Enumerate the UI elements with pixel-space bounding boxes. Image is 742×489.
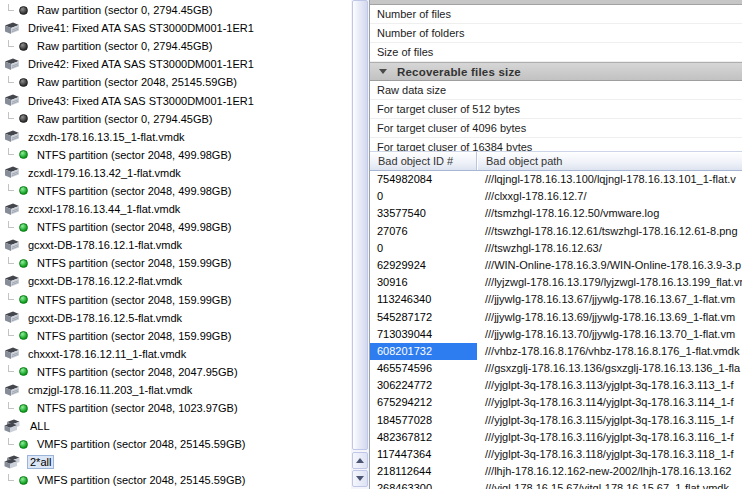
tree-item-label: 2*all xyxy=(27,455,54,469)
tree-branch-line xyxy=(8,474,14,481)
table-row[interactable]: 306224772 ///yjglpt-3q-178.16.3.113/yjgl… xyxy=(370,377,742,394)
tree-row[interactable]: zcxdl-179.16.13.42_1-flat.vmdk xyxy=(0,164,351,182)
tree-row[interactable]: NTFS partition (sector 2048, 159.99GB) xyxy=(0,291,351,309)
tree-row[interactable]: zcxdh-178.16.13.15_1-flat.vmdk xyxy=(0,128,351,146)
table-row[interactable]: 713039044 ///jjywlg-178.16.13.70/jjywlg-… xyxy=(370,326,742,343)
bad-object-id-cell: 0 xyxy=(370,240,477,257)
table-row[interactable]: 117447364 ///yjglpt-3q-178.16.3.118/yjgl… xyxy=(370,446,742,463)
hard-drive-icon xyxy=(3,22,20,35)
tree-item-label: NTFS partition (sector 2048, 499.98GB) xyxy=(34,184,234,198)
table-row[interactable]: 218112644 ///lhjh-178.16.12.162-new-2002… xyxy=(370,463,742,480)
tree-row[interactable]: Drive42: Fixed ATA SAS ST3000DM001-1ER1 xyxy=(0,55,351,73)
tree-branch-line xyxy=(8,293,14,300)
properties-rows-bottom: Raw data size For target cluser of 512 b… xyxy=(370,81,742,151)
partition-status-icon xyxy=(19,259,28,268)
table-row[interactable]: 545287172 ///jjywlg-178.16.13.69/jjywlg-… xyxy=(370,309,742,326)
column-header-bad-object-path[interactable]: Bad object path xyxy=(477,152,742,170)
bad-object-id-cell: 184577028 xyxy=(370,412,477,429)
tree-branch-line xyxy=(8,184,14,191)
table-row[interactable]: 184577028 ///yjglpt-3q-178.16.3.115/yjgl… xyxy=(370,412,742,429)
tree-item-label: NTFS partition (sector 2048, 1023.97GB) xyxy=(34,401,241,415)
bad-object-id-cell: 608201732 xyxy=(370,343,477,360)
tree-item-label: Raw partition (sector 2048, 25145.59GB) xyxy=(34,75,240,89)
scroll-up-button[interactable] xyxy=(352,452,368,469)
partition-status-icon xyxy=(19,150,28,159)
bad-object-id-cell: 113246340 xyxy=(370,291,477,308)
tree-item-label: Drive43: Fixed ATA SAS ST3000DM001-1ER1 xyxy=(25,94,257,108)
file-recovery-window: Raw partition (sector 0, 2794.45GB) Driv… xyxy=(0,0,742,489)
table-row[interactable]: 0 ///clxxgl-178.16.12.7/ xyxy=(370,188,742,205)
table-body: 754982084 ///lqjngl-178.16.13.100/lqjngl… xyxy=(370,171,742,489)
tree-row[interactable]: NTFS partition (sector 2048, 159.99GB) xyxy=(0,327,351,345)
bad-object-path-cell: ///WIN-Online-178.16.3.9/WIN-Online-178.… xyxy=(477,257,742,274)
tree-row[interactable]: NTFS partition (sector 2048, 1023.97GB) xyxy=(0,399,351,417)
tree-row[interactable]: Raw partition (sector 0, 2794.45GB) xyxy=(0,37,351,55)
tree-row[interactable]: VMFS partition (sector 2048, 25145.59GB) xyxy=(0,471,351,489)
tree-row[interactable]: zcxxl-178.16.13.44_1-flat.vmdk xyxy=(0,200,351,218)
tree-item-label: zcxxl-178.16.13.44_1-flat.vmdk xyxy=(25,202,183,216)
tree-row[interactable]: gcxxt-DB-178.16.12.5-flat.vmdk xyxy=(0,309,351,327)
tree-item-label: Raw partition (sector 0, 2794.45GB) xyxy=(34,3,215,17)
tree-row[interactable]: Drive41: Fixed ATA SAS ST3000DM001-1ER1 xyxy=(0,19,351,37)
bad-object-path-cell: ///yjglpt-3q-178.16.3.115/yjglpt-3q-178.… xyxy=(477,412,742,429)
table-row[interactable]: 268463300 ///yjgl-178.16.15.67/yjtgl-178… xyxy=(370,480,742,489)
table-row[interactable]: 754982084 ///lqjngl-178.16.13.100/lqjngl… xyxy=(370,171,742,188)
tree-item-label: NTFS partition (sector 2048, 159.99GB) xyxy=(34,256,234,270)
table-row[interactable]: 30916 ///lyjzwgl-178.16.13.179/lyjzwgl-1… xyxy=(370,274,742,291)
tree-row[interactable]: gcxxt-DB-178.16.12.2-flat.vmdk xyxy=(0,272,351,290)
tree-row[interactable]: chxxxt-178.16.12.11_1-flat.vmdk xyxy=(0,345,351,363)
triangle-up-icon xyxy=(356,458,364,463)
tree-row[interactable]: Raw partition (sector 2048, 25145.59GB) xyxy=(0,73,351,91)
scrollbar-thumb[interactable] xyxy=(352,0,368,450)
bad-object-id-cell: 465574596 xyxy=(370,360,477,377)
bad-object-id-cell: 306224772 xyxy=(370,377,477,394)
table-row[interactable]: 62929924 ///WIN-Online-178.16.3.9/WIN-On… xyxy=(370,257,742,274)
tree-row[interactable]: Drive43: Fixed ATA SAS ST3000DM001-1ER1 xyxy=(0,91,351,109)
property-row: For target cluser of 16384 bytes xyxy=(370,138,742,151)
drives-tree-panel: Raw partition (sector 0, 2794.45GB) Driv… xyxy=(0,0,351,489)
tree-row[interactable]: NTFS partition (sector 2048, 499.98GB) xyxy=(0,146,351,164)
bad-object-path-cell: ///lhjh-178.16.12.162-new-2002/lhjh-178.… xyxy=(477,463,742,480)
table-row[interactable]: 675294212 ///yjglpt-3q-178.16.3.114/yjgl… xyxy=(370,394,742,411)
hard-drive-icon xyxy=(3,311,20,324)
table-row[interactable]: 465574596 ///gsxzglj-178.16.13.136/gsxzg… xyxy=(370,360,742,377)
bad-object-path-cell: ///lqjngl-178.16.13.100/lqjngl-178.16.13… xyxy=(477,171,742,188)
tree-item-label: NTFS partition (sector 2048, 159.99GB) xyxy=(34,293,234,307)
partition-status-icon xyxy=(19,186,28,195)
bad-object-id-cell: 33577540 xyxy=(370,205,477,222)
table-row[interactable]: 27076 ///tswzhgl-178.16.12.61/tswzhgl-17… xyxy=(370,223,742,240)
table-row[interactable]: 0 ///tswzhgl-178.16.12.63/ xyxy=(370,240,742,257)
table-row[interactable]: 482367812 ///yjglpt-3q-178.16.3.116/yjgl… xyxy=(370,429,742,446)
tree-row[interactable]: ALL xyxy=(0,417,351,435)
collapse-triangle-icon xyxy=(379,69,387,74)
tree-branch-line xyxy=(8,40,14,47)
tree-item-label: VMFS partition (sector 2048, 25145.59GB) xyxy=(34,437,249,451)
tree-row[interactable]: Raw partition (sector 0, 2794.45GB) xyxy=(0,1,351,19)
tree-row[interactable]: NTFS partition (sector 2048, 159.99GB) xyxy=(0,254,351,272)
tree-row[interactable]: NTFS partition (sector 2048, 2047.95GB) xyxy=(0,363,351,381)
table-row[interactable]: 33577540 ///tsmzhgl-178.16.12.50/vmware.… xyxy=(370,205,742,222)
bad-object-id-cell: 482367812 xyxy=(370,429,477,446)
tree-vertical-scrollbar[interactable] xyxy=(351,0,369,489)
tree-row[interactable]: 2*all xyxy=(0,453,351,471)
properties-panel: Number of files Number of folders Size o… xyxy=(369,0,742,489)
column-header-bad-object-id[interactable]: Bad object ID # xyxy=(370,152,477,170)
scroll-down-button[interactable] xyxy=(352,470,368,487)
tree-row[interactable]: gcxxt-DB-178.16.12.1-flat.vmdk xyxy=(0,236,351,254)
tree-row[interactable]: NTFS partition (sector 2048, 499.98GB) xyxy=(0,182,351,200)
tree-item-label: NTFS partition (sector 2048, 159.99GB) xyxy=(34,329,234,343)
hard-drive-icon xyxy=(3,275,20,288)
tree-row[interactable]: VMFS partition (sector 2048, 25145.59GB) xyxy=(0,435,351,453)
tree-item-label: gcxxt-DB-178.16.12.1-flat.vmdk xyxy=(25,238,185,252)
tree-row[interactable]: Raw partition (sector 0, 2794.45GB) xyxy=(0,110,351,128)
bad-objects-table: Bad object ID # Bad object path 75498208… xyxy=(370,151,742,489)
table-row[interactable]: 113246340 ///jjywlg-178.16.13.67/jjywlg-… xyxy=(370,291,742,308)
hard-drive-icon xyxy=(3,94,20,107)
tree-row[interactable]: NTFS partition (sector 2048, 499.98GB) xyxy=(0,218,351,236)
tree-row[interactable]: cmzjgl-178.16.11.203_1-flat.vmdk xyxy=(0,381,351,399)
table-row[interactable]: 608201732 ///vhbz-178.16.8.176/vhbz-178.… xyxy=(370,343,742,360)
bad-object-id-cell: 62929924 xyxy=(370,257,477,274)
section-header-recoverable-files-size[interactable]: Recoverable files size xyxy=(370,62,742,81)
tree-branch-line xyxy=(8,4,14,11)
tree-item-label: gcxxt-DB-178.16.12.5-flat.vmdk xyxy=(25,311,185,325)
